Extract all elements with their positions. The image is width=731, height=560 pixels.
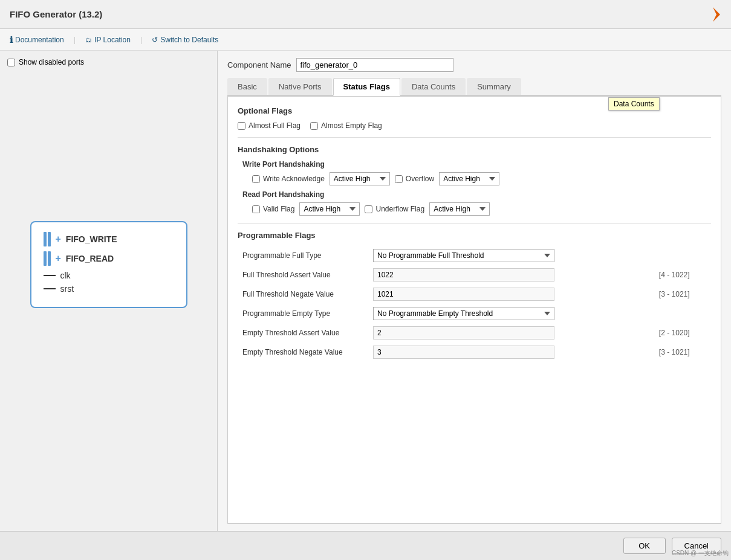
fifo-block: + FIFO_WRITE + FIFO_READ clk srst: [30, 221, 187, 308]
underflow-flag-label[interactable]: Underflow Flag: [365, 205, 424, 213]
content-area: Optional Flags Almost Full Flag Almost E…: [227, 96, 721, 524]
read-port-handshaking: Read Port Handshaking Valid Flag Active …: [238, 190, 711, 216]
port-bar-2: [48, 232, 51, 246]
clk-line: [44, 275, 56, 276]
valid-flag-label[interactable]: Valid Flag: [252, 205, 294, 213]
overflow-checkbox[interactable]: [395, 175, 403, 183]
almost-empty-flag-checkbox[interactable]: [310, 122, 318, 130]
divider-2: [238, 223, 711, 224]
valid-flag-dropdown[interactable]: Active High Active Low: [299, 202, 360, 216]
write-port-handshaking: Write Port Handshaking Write Acknowledge…: [238, 160, 711, 185]
read-port-row: Valid Flag Active High Active Low Underf…: [252, 202, 711, 216]
main-layout: Show disabled ports + FIFO_WRITE + FIFO_…: [0, 51, 731, 531]
documentation-link[interactable]: ℹ Documentation: [10, 35, 64, 45]
table-row: Full Threshold Assert Value [4 - 1022]: [238, 265, 711, 285]
read-port-title: Read Port Handshaking: [242, 190, 711, 199]
show-disabled-ports-checkbox[interactable]: [7, 59, 15, 66]
optional-flags-row: Almost Full Flag Almost Empty Flag: [238, 121, 711, 130]
full-negate-input[interactable]: [373, 288, 554, 301]
tab-data-counts[interactable]: Data Counts: [401, 78, 466, 95]
srst-line: [44, 288, 56, 289]
almost-empty-flag-label[interactable]: Almost Empty Flag: [310, 121, 382, 130]
full-negate-range: [3 - 1021]: [657, 285, 711, 304]
full-negate-label: Full Threshold Negate Value: [238, 285, 371, 304]
sep2: |: [140, 35, 142, 44]
ok-button[interactable]: OK: [623, 538, 666, 554]
prog-full-type-dropdown[interactable]: No Programmable Full Threshold Single Pr…: [373, 249, 554, 262]
component-name-row: Component Name: [227, 58, 721, 72]
ip-location-icon: 🗂: [85, 36, 92, 43]
write-acknowledge-dropdown[interactable]: Active High Active Low: [330, 172, 390, 185]
empty-negate-range: [3 - 1021]: [657, 343, 711, 362]
write-acknowledge-label[interactable]: Write Acknowledge: [252, 175, 325, 183]
underflow-flag-dropdown[interactable]: Active High Active Low: [429, 202, 490, 216]
prog-full-type-label: Programmable Full Type: [238, 246, 371, 265]
port-bar-1: [44, 232, 47, 246]
full-assert-range: [4 - 1022]: [657, 265, 711, 285]
left-panel: Show disabled ports + FIFO_WRITE + FIFO_…: [0, 51, 218, 531]
full-assert-cell: [371, 265, 657, 285]
empty-negate-input[interactable]: [373, 346, 554, 359]
table-row: Programmable Full Type No Programmable F…: [238, 246, 711, 265]
table-row: Empty Threshold Assert Value [2 - 1020]: [238, 323, 711, 343]
refresh-icon: ↺: [152, 36, 158, 44]
fifo-write-port: + FIFO_WRITE: [44, 232, 174, 246]
programmable-flags-title: Programmable Flags: [238, 231, 711, 240]
ip-location-link[interactable]: 🗂 IP Location: [85, 36, 131, 44]
toolbar: ℹ Documentation | 🗂 IP Location | ↺ Swit…: [0, 29, 731, 51]
port-bar-4: [48, 251, 51, 266]
bottom-bar: OK Cancel: [0, 531, 731, 560]
info-icon: ℹ: [10, 35, 13, 45]
watermark: CSDN @ 一支绝命钩: [672, 549, 729, 558]
title-bar: FIFO Generator (13.2): [0, 0, 731, 29]
tab-summary[interactable]: Summary: [467, 78, 521, 95]
tab-native-ports[interactable]: Native Ports: [268, 78, 332, 95]
full-assert-label: Full Threshold Assert Value: [238, 265, 371, 285]
empty-assert-cell: [371, 323, 657, 343]
srst-signal: srst: [44, 284, 174, 294]
tab-status-flags[interactable]: Status Flags: [333, 78, 400, 96]
sep1: |: [74, 35, 76, 44]
empty-negate-label: Empty Threshold Negate Value: [238, 343, 371, 362]
app-title: FIFO Generator (13.2): [10, 9, 102, 19]
prog-full-type-range: [657, 246, 711, 265]
overflow-dropdown[interactable]: Active High Active Low: [439, 172, 499, 185]
fifo-read-label: FIFO_READ: [66, 254, 114, 263]
fifo-read-port: + FIFO_READ: [44, 251, 174, 266]
svg-marker-0: [713, 7, 720, 22]
full-assert-input[interactable]: [373, 268, 554, 282]
overflow-label[interactable]: Overflow: [395, 175, 434, 183]
show-disabled-ports-row: Show disabled ports: [7, 58, 210, 66]
component-name-label: Component Name: [227, 60, 291, 69]
tabs: Basic Native Ports Status Flags Data Cou…: [227, 78, 721, 96]
valid-flag-checkbox[interactable]: [252, 205, 260, 213]
show-disabled-ports-label[interactable]: Show disabled ports: [19, 58, 84, 66]
almost-full-flag-checkbox[interactable]: [238, 122, 245, 130]
component-name-input[interactable]: [296, 58, 453, 72]
plus-icon-write: +: [56, 234, 61, 245]
almost-full-flag-label[interactable]: Almost Full Flag: [238, 121, 301, 130]
empty-negate-cell: [371, 343, 657, 362]
write-acknowledge-checkbox[interactable]: [252, 175, 260, 183]
handshaking-options-title: Handshaking Options: [238, 145, 711, 154]
prog-empty-type-dropdown[interactable]: No Programmable Empty Threshold Single P…: [373, 307, 554, 320]
fifo-read-icon: [44, 251, 51, 266]
prog-empty-type-label: Programmable Empty Type: [238, 304, 371, 323]
plus-icon-read: +: [56, 253, 61, 264]
write-port-row: Write Acknowledge Active High Active Low…: [252, 172, 711, 185]
divider-1: [238, 137, 711, 138]
empty-assert-range: [2 - 1020]: [657, 323, 711, 343]
empty-assert-input[interactable]: [373, 326, 554, 340]
right-panel: Component Name Basic Native Ports Status…: [218, 51, 731, 531]
prog-full-type-cell: No Programmable Full Threshold Single Pr…: [371, 246, 657, 265]
table-row: Full Threshold Negate Value [3 - 1021]: [238, 285, 711, 304]
clk-signal: clk: [44, 271, 174, 280]
tab-basic[interactable]: Basic: [227, 78, 267, 95]
switch-to-defaults-link[interactable]: ↺ Switch to Defaults: [152, 36, 218, 44]
write-port-title: Write Port Handshaking: [242, 160, 711, 169]
port-bar-3: [44, 251, 47, 266]
empty-assert-label: Empty Threshold Assert Value: [238, 323, 371, 343]
underflow-flag-checkbox[interactable]: [365, 205, 372, 213]
prog-empty-type-cell: No Programmable Empty Threshold Single P…: [371, 304, 657, 323]
fifo-write-icon: [44, 232, 51, 246]
